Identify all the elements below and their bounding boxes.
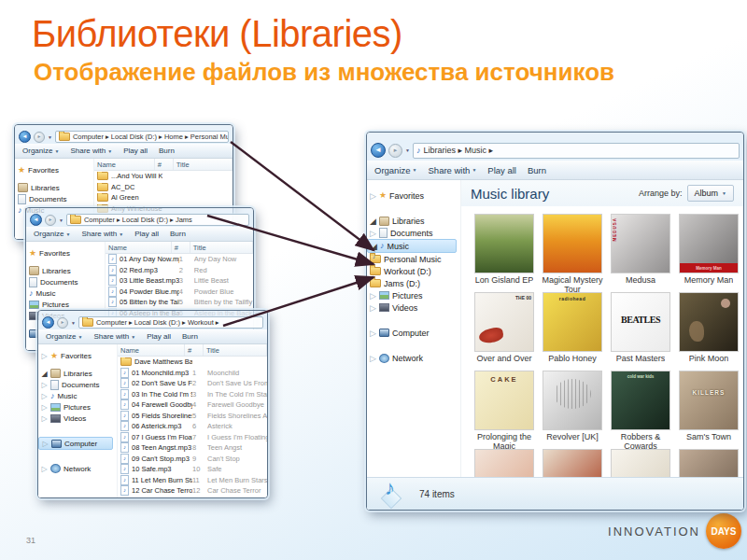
album-item[interactable]: cold war kidsRobbers & Cowards [608,371,673,449]
column-headers[interactable]: Name # Title [94,159,233,171]
column-headers[interactable]: Name # Title [106,242,253,254]
sidebar-item-videos[interactable]: ▷Videos [38,413,117,424]
album-item[interactable]: CAKEProlonging the Magic [472,371,537,449]
sidebar-item-favorites[interactable]: ★Favorites [15,164,93,175]
album-item[interactable]: Pink Moon [676,292,741,371]
sidebar-item-computer[interactable]: ▷Computer [367,327,460,339]
sidebar-item-favorites[interactable]: ▷★Favorites [38,350,117,361]
history-dropdown-icon[interactable]: ▼ [59,217,63,223]
expand-icon[interactable]: ▷ [41,465,48,473]
sidebar-item-libraries[interactable]: Libraries [15,182,93,193]
burn-button[interactable]: Burn [159,147,175,155]
sidebar-item-music[interactable]: ▷♪Music [38,390,117,401]
sidebar-item-network[interactable]: ▷Network [38,463,117,474]
file-row[interactable]: ♪08 Teen Angst.mp38Teen Angst [118,442,267,454]
file-row[interactable]: ♪05 Fields Shorelines ...5Fields Shoreli… [118,411,267,422]
expand-icon[interactable]: ▷ [41,352,48,360]
sidebar-item-documents[interactable]: ▷Documents [367,227,460,239]
file-row[interactable]: ♪09 Can't Stop.mp39Can't Stop [118,454,267,465]
album-item[interactable]: BEATLESPast Masters [608,292,673,371]
play-all-button[interactable]: Play all [134,230,159,238]
file-row[interactable]: ♪02 Red.mp32Red [106,265,253,276]
breadcrumb[interactable]: Computer ▸ Local Disk (D:) ▸ Workout ▸ [78,316,263,329]
expand-icon[interactable]: ▷ [41,414,48,423]
file-row[interactable]: ♪10 Safe.mp310Safe [118,464,267,475]
share-with-button[interactable]: Share with▼ [429,165,477,175]
sidebar-item-documents[interactable]: Documents [26,276,105,287]
history-dropdown-icon[interactable]: ▼ [405,147,410,153]
expand-icon[interactable]: ▷ [41,392,48,400]
sidebar-item-personal-music[interactable]: Personal Music [367,253,460,265]
file-row[interactable]: ♪12 Car Chase Terror....12Car Chase Terr… [118,485,267,497]
breadcrumb[interactable]: Computer ▸ Local Disk (D:) ▸ Jams [66,214,249,226]
file-row[interactable]: ♪05 Bitten by the Tail...5Bitten by the … [106,297,253,308]
expand-icon[interactable]: ▷ [370,329,376,338]
share-with-button[interactable]: Share with▼ [93,332,135,341]
album-item[interactable]: KILLERSSam's Town [676,371,741,449]
history-dropdown-icon[interactable]: ▼ [71,320,76,326]
sidebar-item-libraries[interactable]: ◢Libraries [38,368,117,379]
expand-icon[interactable]: ▷ [370,354,376,363]
back-button[interactable]: ◄ [42,316,54,329]
history-dropdown-icon[interactable]: ▼ [48,134,52,140]
file-row[interactable]: ♪03 In The Cold I'm S...3In The Cold I'm… [118,389,267,400]
share-with-button[interactable]: Share with▼ [81,230,123,238]
organize-button[interactable]: Organize▼ [22,147,59,155]
burn-button[interactable]: Burn [182,332,198,341]
file-row[interactable]: ♪02 Don't Save Us Fro...2Don't Save Us F… [118,378,267,389]
sidebar-item-libraries[interactable]: Libraries [26,265,105,276]
expand-icon[interactable]: ▷ [370,291,376,301]
sidebar-item-music[interactable]: ♪Music [26,287,105,299]
album-item[interactable]: Revolver [UK] [540,371,605,449]
file-row[interactable]: Dave Matthews Band [118,357,267,368]
play-all-button[interactable]: Play all [147,332,171,341]
sidebar-item-workout[interactable]: Workout (D:) [367,265,460,277]
back-button[interactable]: ◄ [371,143,386,158]
expand-icon[interactable]: ▷ [370,303,376,313]
file-row[interactable]: ♪11 Let Men Burn Sta...11Let Men Burn St… [118,475,267,486]
file-row[interactable]: ...And You Will Kno... [94,171,233,182]
expand-icon[interactable]: ▷ [42,440,49,448]
sidebar-item-favorites[interactable]: ★Favorites [26,247,105,259]
window-titlebar[interactable] [367,133,743,140]
sidebar-item-pictures[interactable]: ▷Pictures [38,401,117,413]
burn-button[interactable]: Burn [170,230,186,238]
play-all-button[interactable]: Play all [123,147,148,155]
forward-button[interactable]: ► [388,144,402,158]
forward-button[interactable]: ► [34,132,45,143]
sidebar-item-music[interactable]: ◢♪Music [367,239,457,253]
back-button[interactable]: ◄ [30,214,42,226]
breadcrumb[interactable]: Computer ▸ Local Disk (D:) ▸ Home ▸ Pers… [55,131,229,143]
file-row[interactable]: Al Green [94,192,233,203]
sidebar-item-libraries[interactable]: ◢Libraries [367,215,460,227]
file-row[interactable]: ♪03 Little Beast.mp33Little Beast [106,275,253,287]
file-row[interactable]: ♪01 Any Day Now.mp31Any Day Now [106,254,253,265]
file-row[interactable]: ♪07 I Guess I'm Floati...7I Guess I'm Fl… [118,432,267,443]
album-item[interactable]: MEDUSAMedusa [608,214,673,292]
sidebar-item-documents[interactable]: Documents [15,193,93,204]
sidebar-item-documents[interactable]: ▷Documents [38,379,117,390]
album-item[interactable]: radioheadPablo Honey [540,292,605,371]
collapse-icon[interactable]: ◢ [371,242,377,251]
organize-button[interactable]: Organize▼ [374,165,417,175]
album-item[interactable]: Memory ManMemory Man [676,214,741,292]
file-row[interactable]: AC_DC [94,182,233,193]
organize-button[interactable]: Organize▼ [34,230,70,238]
collapse-icon[interactable]: ◢ [41,370,48,378]
expand-icon[interactable]: ▷ [370,191,376,201]
collapse-icon[interactable]: ◢ [370,217,376,226]
expand-icon[interactable]: ▷ [41,381,48,389]
forward-button[interactable]: ► [45,215,56,226]
sidebar-item-pictures[interactable]: ▷Pictures [367,289,460,301]
sidebar-item-favorites[interactable]: ▷★Favorites [367,189,460,202]
arrange-by-dropdown[interactable]: Album▼ [687,185,734,202]
file-row[interactable]: ♪04 Farewell Goodby...4Farewell Goodbye [118,399,267,411]
organize-button[interactable]: Organize▼ [46,332,82,341]
sidebar-item-pictures[interactable]: Pictures [26,299,105,310]
burn-button[interactable]: Burn [528,165,546,175]
sidebar-item-computer[interactable]: ▷Computer [38,437,113,450]
column-headers[interactable]: Name # Title [118,344,267,357]
expand-icon[interactable]: ▷ [370,229,376,238]
sidebar-item-jams[interactable]: Jams (D:) [367,277,460,289]
album-item[interactable]: Magical Mystery Tour [540,214,605,292]
